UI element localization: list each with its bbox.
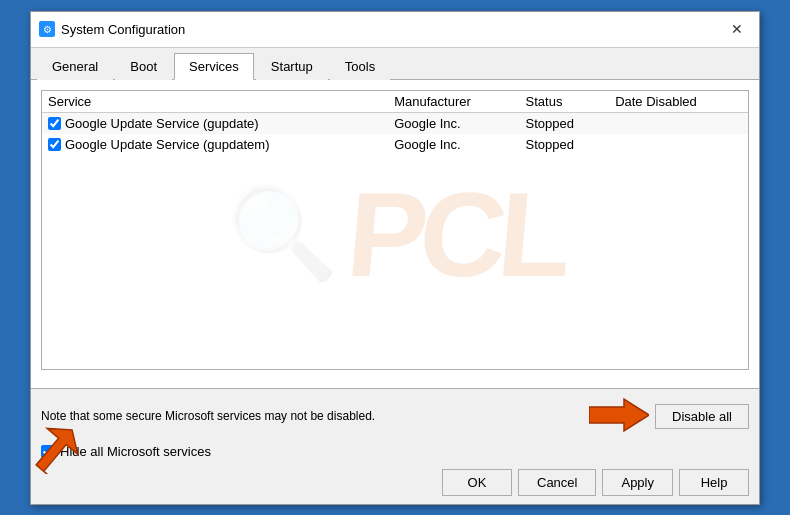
action-buttons: OK Cancel Apply Help: [41, 469, 749, 496]
date-disabled-cell: [609, 134, 748, 155]
service-name: Google Update Service (gupdatem): [65, 137, 270, 152]
table-row: Google Update Service (gupdatem) Google …: [42, 134, 748, 155]
service-name-cell: Google Update Service (gupdate): [42, 112, 388, 134]
tab-bar: General Boot Services Startup Tools: [31, 48, 759, 80]
cancel-button[interactable]: Cancel: [518, 469, 596, 496]
service-checkbox[interactable]: [48, 117, 61, 130]
manufacturer-cell: Google Inc.: [388, 112, 519, 134]
bottom-bar: Note that some secure Microsoft services…: [31, 388, 759, 504]
col-manufacturer: Manufacturer: [388, 91, 519, 113]
tab-services[interactable]: Services: [174, 53, 254, 80]
content-area: 🔍 PCL Service Manufacturer Status Date D…: [31, 80, 759, 388]
service-name-cell: Google Update Service (gupdatem): [42, 134, 388, 155]
svg-marker-0: [589, 399, 649, 431]
window-icon: ⚙: [39, 21, 55, 37]
status-cell: Stopped: [520, 134, 610, 155]
date-disabled-cell: [609, 112, 748, 134]
disable-all-button[interactable]: Disable all: [655, 404, 749, 429]
system-config-window: ⚙ System Configuration ✕ General Boot Se…: [30, 11, 760, 505]
svg-marker-1: [31, 424, 81, 474]
service-name: Google Update Service (gupdate): [65, 116, 259, 131]
left-arrow: [31, 424, 81, 477]
table-row: Google Update Service (gupdate) Google I…: [42, 112, 748, 134]
manufacturer-cell: Google Inc.: [388, 134, 519, 155]
close-button[interactable]: ✕: [723, 18, 751, 40]
status-cell: Stopped: [520, 112, 610, 134]
tab-general[interactable]: General: [37, 53, 113, 80]
tab-tools[interactable]: Tools: [330, 53, 390, 80]
apply-button[interactable]: Apply: [602, 469, 673, 496]
col-service: Service: [42, 91, 388, 113]
note-row: Note that some secure Microsoft services…: [41, 397, 749, 436]
col-date-disabled: Date Disabled: [609, 91, 748, 113]
right-arrow: [589, 397, 649, 436]
services-table: Service Manufacturer Status Date Disable…: [42, 91, 748, 155]
ok-button[interactable]: OK: [442, 469, 512, 496]
col-status: Status: [520, 91, 610, 113]
help-button[interactable]: Help: [679, 469, 749, 496]
window-title: System Configuration: [61, 22, 723, 37]
service-checkbox[interactable]: [48, 138, 61, 151]
hide-microsoft-row: Hide all Microsoft services: [41, 444, 749, 459]
note-text: Note that some secure Microsoft services…: [41, 409, 375, 423]
tab-boot[interactable]: Boot: [115, 53, 172, 80]
hide-microsoft-label: Hide all Microsoft services: [60, 444, 211, 459]
services-table-wrapper: Service Manufacturer Status Date Disable…: [41, 90, 749, 370]
tab-startup[interactable]: Startup: [256, 53, 328, 80]
titlebar: ⚙ System Configuration ✕: [31, 12, 759, 48]
